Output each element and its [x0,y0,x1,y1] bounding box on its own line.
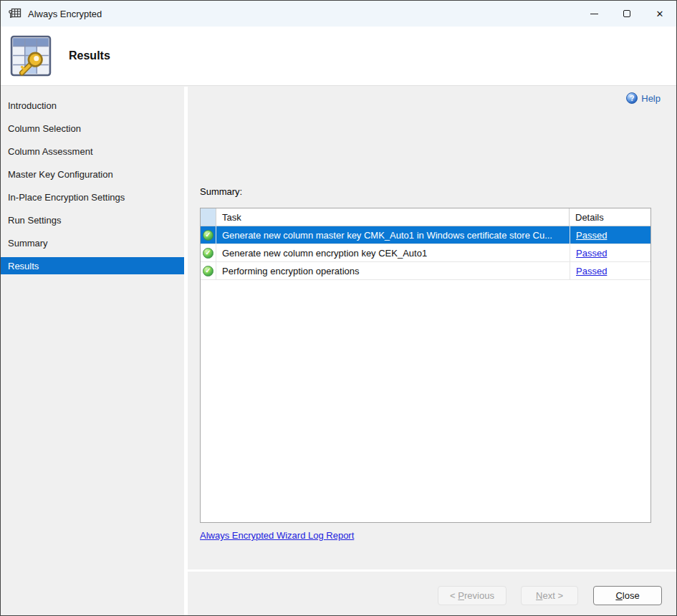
sidebar-item-results[interactable]: Results [1,257,184,274]
task-cell: Generate new column master key CMK_Auto1… [216,226,570,244]
sidebar-item-in-place-encryption-settings[interactable]: In-Place Encryption Settings [1,186,184,208]
status-cell [201,226,216,244]
status-column-header [201,208,216,226]
wizard-log-report-link[interactable]: Always Encrypted Wizard Log Report [200,530,354,541]
next-button-accesskey: N [536,590,542,601]
always-encrypted-wizard-window: Always Encrypted ✕ Results I [0,0,677,616]
close-window-button[interactable]: ✕ [643,1,676,27]
success-check-icon [203,266,213,276]
status-cell [201,244,216,261]
help-link[interactable]: ? Help [626,92,661,104]
summary-label: Summary: [200,186,242,197]
window-title: Always Encrypted [28,9,102,19]
help-label: Help [641,93,661,104]
previous-button: < Previous [438,586,506,605]
previous-button-suffix: revious [464,590,494,601]
close-icon: ✕ [656,9,664,19]
maximize-button[interactable] [610,1,643,27]
sidebar-item-master-key-configuration[interactable]: Master Key Configuration [1,163,184,186]
minimize-button[interactable] [577,1,610,27]
table-key-icon [10,35,52,77]
task-cell: Generate new column encryption key CEK_A… [216,244,570,261]
table-row[interactable]: Generate new column master key CMK_Auto1… [201,226,650,244]
always-encrypted-app-icon [9,8,21,19]
footer-divider [188,569,676,572]
title-bar: Always Encrypted ✕ [1,1,676,27]
next-button: Next > [521,586,578,605]
table-header-row: Task Details [201,208,650,226]
table-row[interactable]: Generate new column encryption key CEK_A… [201,244,650,262]
sidebar-item-column-assessment[interactable]: Column Assessment [1,140,184,163]
task-cell: Performing encryption operations [216,262,570,279]
sidebar-item-column-selection[interactable]: Column Selection [1,117,184,140]
sidebar-item-summary[interactable]: Summary [1,231,184,254]
status-cell [201,262,216,279]
results-summary-table: Task Details Generate new column master … [200,208,651,523]
success-check-icon [203,230,213,241]
details-cell: Passed [570,244,650,261]
details-cell: Passed [570,226,650,244]
previous-button-accesskey: P [458,590,464,601]
results-page: ? Help Summary: Task Details Generate ne… [188,87,676,615]
window-controls: ✕ [577,1,676,27]
sidebar-item-run-settings[interactable]: Run Settings [1,208,184,231]
details-column-header: Details [570,208,650,226]
close-button[interactable]: Close [593,586,662,605]
table-row[interactable]: Performing encryption operations Passed [201,262,650,280]
passed-details-link[interactable]: Passed [576,248,607,259]
maximize-icon [623,10,630,17]
details-cell: Passed [570,262,650,279]
next-button-suffix: ext > [542,590,563,601]
sidebar-item-introduction[interactable]: Introduction [1,94,184,117]
page-title: Results [69,49,110,62]
previous-button-prefix: < [450,590,458,601]
minimize-icon [590,14,598,14]
help-question-icon: ? [626,92,638,104]
task-column-header: Task [216,208,570,226]
wizard-steps-sidebar: Introduction Column Selection Column Ass… [1,87,184,615]
success-check-icon [203,248,213,259]
passed-details-link[interactable]: Passed [576,230,607,241]
close-button-suffix: lose [623,590,640,601]
wizard-header: Results [1,27,676,86]
close-button-accesskey: C [615,590,622,601]
passed-details-link[interactable]: Passed [576,266,607,276]
